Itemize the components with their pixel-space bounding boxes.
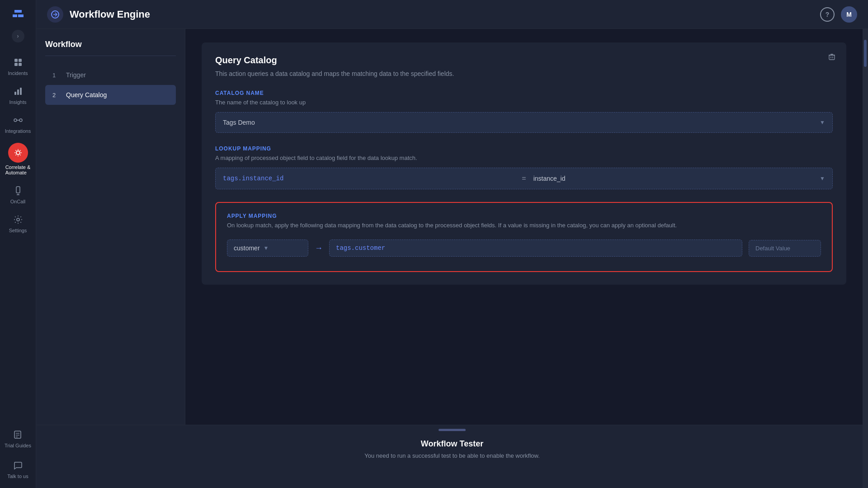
- apply-mapping-desc: On lookup match, apply the following dat…: [227, 222, 821, 229]
- talk-to-us-icon: [11, 459, 24, 472]
- svg-rect-11: [16, 187, 20, 193]
- mapping-left-field: tags.instance_id: [223, 175, 514, 182]
- apply-source-dropdown[interactable]: customer ▼: [227, 239, 308, 257]
- query-catalog-card: Query Catalog This action queries a data…: [202, 42, 846, 285]
- step-number-1: 1: [52, 72, 60, 79]
- chevron-down-icon-mapping[interactable]: ▼: [820, 175, 825, 182]
- sidebar-bottom: Trial Guides Talk to us: [5, 424, 31, 483]
- sidebar-item-insights[interactable]: Insights: [0, 80, 36, 109]
- user-avatar[interactable]: M: [841, 6, 857, 23]
- arrow-icon: →: [315, 244, 323, 253]
- mapping-right-container: instance_id ▼: [533, 175, 825, 182]
- sidebar-item-label: Insights: [9, 99, 27, 105]
- apply-target-field: tags.customer: [329, 239, 742, 257]
- step-label-query-catalog: Query Catalog: [66, 91, 107, 99]
- catalog-name-desc: The name of the catalog to look up: [215, 99, 833, 106]
- sidebar-expand-button[interactable]: ›: [12, 30, 24, 42]
- scrollbar-track[interactable]: [863, 29, 868, 425]
- svg-point-14: [17, 218, 19, 221]
- svg-point-7: [14, 119, 17, 122]
- chevron-down-icon: ▼: [820, 119, 825, 126]
- sidebar-item-correlate[interactable]: Correlate &Automate: [0, 138, 36, 180]
- sidebar-item-label: Incidents: [8, 70, 28, 76]
- lookup-mapping-row: tags.instance_id = instance_id ▼: [215, 168, 833, 189]
- delete-button[interactable]: [826, 51, 838, 63]
- catalog-name-dropdown[interactable]: Tags Demo ▼: [215, 112, 833, 133]
- incidents-icon: [12, 56, 24, 69]
- sidebar: › Incidents Insights: [0, 0, 36, 488]
- svg-rect-1: [19, 59, 22, 62]
- step-label-trigger: Trigger: [66, 71, 86, 79]
- svg-point-10: [16, 151, 20, 155]
- apply-mapping-row: customer ▼ → tags.customer Default Value: [227, 235, 821, 261]
- page-title: Workflow Engine: [70, 9, 150, 20]
- header-icon: [47, 6, 63, 23]
- svg-rect-4: [14, 92, 16, 95]
- svg-rect-2: [14, 63, 18, 66]
- svg-point-8: [19, 119, 22, 122]
- svg-rect-6: [20, 88, 22, 95]
- apply-default-field[interactable]: Default Value: [749, 240, 821, 257]
- workflow-step-query-catalog[interactable]: 2 Query Catalog: [45, 85, 176, 105]
- bottom-scrollbar[interactable]: [863, 425, 868, 488]
- workflow-panel-title: Workflow: [45, 40, 176, 56]
- trial-guides-icon: [11, 428, 24, 441]
- workflow-sidebar: Workflow 1 Trigger 2 Query Catalog: [36, 29, 185, 425]
- sidebar-item-talk-to-us[interactable]: Talk to us: [5, 455, 31, 483]
- mapping-right-field: instance_id: [533, 175, 566, 182]
- handle-bar[interactable]: [439, 429, 466, 431]
- main-content: Workflow Engine ? M Workflow 1 Trigger 2…: [36, 0, 868, 488]
- header-right: ? M: [820, 6, 857, 23]
- sidebar-item-label: Talk to us: [7, 474, 28, 479]
- settings-icon: [12, 213, 24, 226]
- correlate-icon-wrap: [8, 143, 28, 163]
- help-button[interactable]: ?: [820, 7, 835, 22]
- app-logo: [9, 5, 27, 23]
- sidebar-item-integrations[interactable]: Integrations: [0, 109, 36, 138]
- oncall-icon: [12, 184, 24, 197]
- lookup-mapping-section: LOOKUP MAPPING A mapping of processed ob…: [215, 145, 833, 189]
- sidebar-item-label: Correlate &Automate: [5, 164, 31, 175]
- equals-sign: =: [522, 174, 526, 183]
- bottom-panel: Workflow Tester You need to run a succes…: [36, 425, 868, 488]
- card-title: Query Catalog: [215, 55, 833, 66]
- sidebar-item-settings[interactable]: Settings: [0, 209, 36, 238]
- card-description: This action queries a data catalog and m…: [215, 70, 833, 77]
- sidebar-item-label: Trial Guides: [5, 443, 31, 448]
- apply-source-value: customer: [234, 244, 260, 252]
- main-panel: Query Catalog This action queries a data…: [185, 29, 863, 425]
- sidebar-item-label: OnCall: [10, 199, 26, 204]
- workflow-tester-title: Workflow Tester: [36, 439, 868, 449]
- svg-rect-3: [19, 63, 22, 66]
- top-panel: Workflow 1 Trigger 2 Query Catalog: [36, 29, 868, 425]
- svg-rect-0: [14, 59, 18, 62]
- content-area: Workflow 1 Trigger 2 Query Catalog: [36, 29, 868, 488]
- workflow-tester-desc: You need to run a successful test to be …: [36, 452, 868, 459]
- apply-mapping-section: APPLY MAPPING On lookup match, apply the…: [215, 202, 833, 272]
- lookup-mapping-desc: A mapping of processed object field to c…: [215, 155, 833, 161]
- catalog-name-value: Tags Demo: [223, 119, 255, 126]
- workflow-tester-content: Workflow Tester You need to run a succes…: [36, 433, 868, 468]
- catalog-name-section: CATALOG NAME The name of the catalog to …: [215, 90, 833, 133]
- svg-rect-20: [829, 55, 835, 60]
- sidebar-item-oncall[interactable]: OnCall: [0, 180, 36, 209]
- sidebar-item-label: Settings: [9, 228, 27, 233]
- apply-mapping-label: APPLY MAPPING: [227, 213, 821, 219]
- panel-resize-handle[interactable]: [36, 425, 868, 433]
- catalog-name-label: CATALOG NAME: [215, 90, 833, 96]
- sidebar-item-trial-guides[interactable]: Trial Guides: [5, 424, 31, 453]
- header: Workflow Engine ? M: [36, 0, 868, 29]
- sidebar-item-label: Integrations: [5, 128, 31, 134]
- chevron-down-icon-apply: ▼: [264, 245, 269, 251]
- scrollbar-thumb[interactable]: [864, 40, 867, 67]
- integrations-icon: [12, 114, 24, 127]
- insights-icon: [12, 85, 24, 98]
- step-number-2: 2: [52, 92, 60, 99]
- workflow-step-trigger[interactable]: 1 Trigger: [45, 65, 176, 85]
- svg-rect-5: [17, 89, 19, 95]
- lookup-mapping-label: LOOKUP MAPPING: [215, 145, 833, 152]
- sidebar-item-incidents[interactable]: Incidents: [0, 52, 36, 80]
